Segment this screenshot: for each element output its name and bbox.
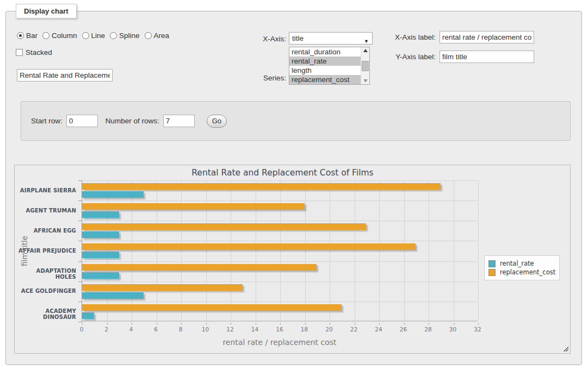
rental_rate-bar [82, 252, 119, 258]
x-tick [231, 323, 231, 325]
replacement_cost-bar [82, 183, 441, 190]
replacement_cost-bar [82, 264, 317, 271]
scrollbar-thumb[interactable] [362, 61, 369, 71]
x-axis-title: rental rate / replacement cost [82, 338, 478, 347]
series-select-label: Series: [207, 74, 286, 82]
y-axis-label-label: Y-Axis label: [354, 53, 436, 61]
x-tick-label: 4 [120, 326, 142, 333]
category-band [82, 241, 478, 261]
category-label: ACE GOLDFINGER [15, 288, 76, 294]
x-tick-label: 8 [170, 326, 191, 333]
x-tick [355, 323, 355, 325]
radio-label: Column [52, 32, 77, 40]
replacement_cost-bar [82, 304, 342, 311]
legend-entry: replacement_cost [488, 268, 555, 276]
category-band [82, 180, 478, 200]
x-tick-label: 16 [269, 326, 290, 333]
chart-type-option-line[interactable]: Line [82, 32, 106, 40]
rental_rate-bar [82, 191, 144, 198]
chart-type-radios: BarColumnLineSplineArea [17, 32, 169, 40]
rental_rate-bar [82, 272, 119, 279]
radio-icon[interactable] [42, 32, 49, 39]
x-tick [82, 323, 83, 325]
x-tick-label: 12 [219, 326, 241, 333]
num-rows-input[interactable] [163, 115, 195, 127]
x-tick-label: 10 [195, 326, 216, 333]
x-tick [454, 323, 454, 325]
x-tick [330, 323, 330, 325]
x-axis-selected-value: title [292, 34, 304, 42]
legend-label: rental_rate [500, 260, 534, 267]
num-rows-label: Number of rows: [106, 117, 159, 125]
scroll-up-icon[interactable] [363, 49, 368, 52]
x-axis-label-input[interactable] [440, 31, 534, 43]
category-label: AFFAIR PREJUDICE [15, 248, 76, 254]
radio-icon[interactable] [82, 32, 89, 39]
y-tick [78, 302, 82, 302]
series-option-replacement_cost[interactable]: replacement_cost [289, 75, 369, 84]
replacement_cost-bar [82, 243, 416, 250]
category-band [82, 261, 478, 281]
radio-icon[interactable] [145, 32, 152, 39]
start-row-label: Start row: [31, 117, 63, 125]
radio-icon[interactable] [17, 32, 24, 39]
chart-type-option-column[interactable]: Column [42, 32, 77, 40]
x-tick-label: 14 [244, 326, 266, 333]
category-label: AFRICAN EGG [15, 228, 76, 234]
legend-swatch-icon [488, 260, 496, 267]
x-tick [305, 323, 306, 325]
x-axis-label-label: X-Axis label: [354, 33, 436, 41]
start-row-input[interactable] [66, 115, 98, 127]
radio-icon[interactable] [110, 32, 117, 39]
x-tick-label: 2 [96, 326, 117, 333]
y-tick [78, 261, 82, 262]
replacement_cost-bar [82, 284, 243, 291]
x-axis-select-label: X-Axis: [207, 35, 286, 43]
legend-swatch-icon [488, 269, 496, 276]
chart-legend: rental_ratereplacement_cost [484, 255, 560, 280]
chart-type-option-area[interactable]: Area [145, 32, 170, 40]
stacked-label: Stacked [26, 48, 52, 57]
x-tick-label: 24 [368, 326, 389, 333]
plot-area [82, 180, 478, 322]
y-tick [78, 241, 82, 241]
go-button[interactable]: Go [207, 115, 227, 128]
y-tick [78, 200, 82, 201]
series-option-length[interactable]: length [289, 66, 369, 75]
x-tick [478, 323, 479, 325]
category-label: AIRPLANE SIERRA [15, 187, 76, 193]
category-label: ADAPTATION HOLES [15, 268, 76, 280]
resize-grip-icon[interactable] [562, 346, 568, 352]
x-tick [107, 323, 108, 325]
x-tick-label: 30 [442, 326, 464, 333]
rental_rate-bar [82, 312, 94, 319]
replacement_cost-bar [82, 223, 366, 230]
stacked-checkbox[interactable] [16, 49, 23, 56]
rental_rate-bar [82, 292, 144, 299]
radio-label: Line [91, 32, 106, 40]
x-tick [181, 323, 182, 325]
x-tick-label: 26 [393, 326, 414, 333]
stacked-checkbox-row[interactable]: Stacked [16, 48, 52, 57]
category-band [82, 302, 478, 322]
y-axis-label-input[interactable] [440, 51, 534, 63]
chart-title: Rental Rate and Replacement Cost of Film… [15, 168, 550, 178]
x-tick [379, 323, 380, 325]
chart-type-option-bar[interactable]: Bar [17, 32, 38, 40]
x-tick [132, 323, 132, 325]
category-label: AGENT TRUMAN [15, 208, 76, 214]
legend-entry: rental_rate [488, 260, 555, 267]
x-tick-label: 22 [343, 326, 365, 333]
scroll-down-icon[interactable] [363, 79, 368, 83]
chart-title-input[interactable] [17, 69, 113, 81]
replacement_cost-bar [82, 203, 305, 210]
display-chart-panel: Display chart BarColumnLineSplineArea St… [5, 11, 582, 365]
x-tick [280, 323, 281, 325]
chart-type-option-spline[interactable]: Spline [110, 32, 140, 40]
y-tick [78, 322, 82, 322]
x-tick-label: 18 [294, 326, 315, 333]
x-tick-label: 0 [71, 326, 92, 333]
x-tick [157, 323, 157, 325]
chart-container: Rental Rate and Replacement Cost of Film… [14, 165, 571, 354]
row-range-form: Start row: Number of rows: Go [21, 101, 571, 141]
